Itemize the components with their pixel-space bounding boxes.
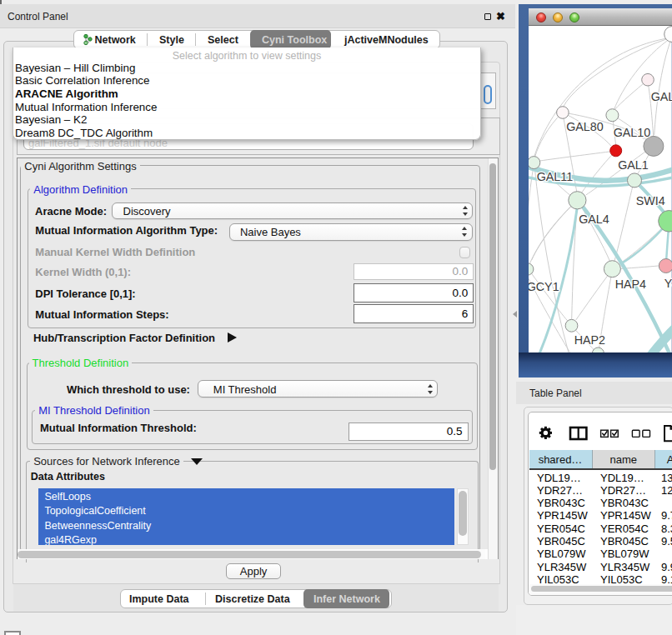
svg-text:GAL7: GAL7 bbox=[651, 90, 672, 103]
svg-text:HAP2: HAP2 bbox=[574, 333, 605, 347]
svg-text:GAL80: GAL80 bbox=[566, 120, 604, 133]
svg-text:GAL11: GAL11 bbox=[537, 170, 573, 183]
svg-text:YJ: YJ bbox=[664, 277, 672, 290]
svg-text:HAP4: HAP4 bbox=[615, 278, 646, 291]
svg-text:GCY1: GCY1 bbox=[529, 280, 559, 293]
svg-text:GAL10: GAL10 bbox=[614, 126, 651, 139]
svg-text:GAL4: GAL4 bbox=[579, 212, 609, 226]
svg-text:SWI4: SWI4 bbox=[636, 194, 665, 208]
svg-text:GAL1: GAL1 bbox=[618, 158, 649, 172]
